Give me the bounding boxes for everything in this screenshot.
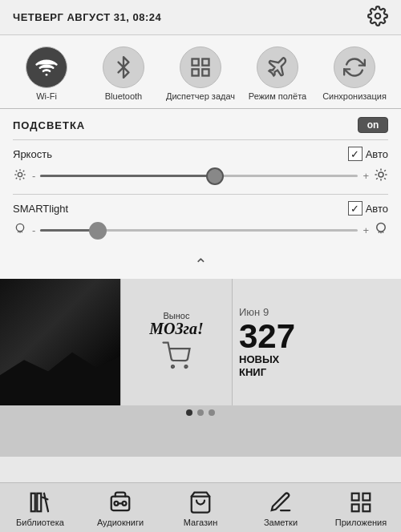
- svg-line-23: [384, 170, 386, 171]
- wifi-toggle[interactable]: Wi-Fi: [11, 46, 82, 102]
- status-bar: ЧЕТВЕРГ АВГУСТ 31, 08:24: [0, 0, 401, 35]
- svg-rect-3: [202, 59, 209, 66]
- book-new-label: НОВЫХ КНИГ: [239, 353, 395, 378]
- bluetooth-label: Bluetooth: [105, 91, 142, 102]
- settings-icon[interactable]: [367, 6, 388, 30]
- svg-line-18: [376, 170, 378, 171]
- svg-line-14: [23, 171, 24, 171]
- svg-rect-33: [352, 494, 359, 501]
- svg-point-0: [375, 13, 381, 18]
- collapse-arrow-icon[interactable]: ⌃: [194, 255, 208, 274]
- brightness-min-dash: -: [32, 170, 35, 182]
- library-label: Библиотека: [16, 518, 64, 527]
- dot-1[interactable]: [186, 409, 192, 416]
- flightmode-toggle[interactable]: Режим полёта: [242, 46, 313, 102]
- audiobooks-icon: [107, 490, 133, 515]
- wifi-label: Wi-Fi: [36, 91, 57, 102]
- book-count: 327: [239, 320, 395, 353]
- datetime-label: ЧЕТВЕРГ АВГУСТ 31, 08:24: [13, 11, 161, 23]
- book-info-right: Июн 9 327 НОВЫХ КНИГ: [233, 279, 401, 405]
- brightness-track[interactable]: [40, 175, 358, 177]
- sync-icon-circle: [334, 46, 375, 88]
- sync-toggle[interactable]: Синхрониза­ция: [319, 46, 390, 102]
- quick-settings-panel: Wi-Fi Bluetooth Диспетчер задач: [0, 35, 401, 279]
- smartlight-track[interactable]: [40, 229, 358, 232]
- notes-label: Заметки: [264, 518, 298, 527]
- dark-scene: [0, 279, 120, 405]
- svg-line-22: [376, 178, 378, 179]
- svg-rect-4: [192, 69, 199, 75]
- content-area: Вынос МОЗга! Июн 9 327 НОВЫХ КНИГ: [0, 279, 401, 405]
- smartlight-max-icon: [374, 222, 388, 239]
- flightmode-label: Режим полёта: [249, 91, 306, 102]
- book-cover-dark[interactable]: [0, 279, 120, 405]
- svg-line-13: [16, 178, 17, 179]
- svg-rect-27: [37, 494, 41, 512]
- sync-label: Синхрониза­ция: [322, 91, 387, 102]
- smartlight-min-icon: [13, 223, 27, 238]
- svg-point-25: [184, 365, 187, 368]
- nav-audiobooks[interactable]: Аудиокниги: [84, 490, 156, 527]
- brightness-max-dash: +: [363, 170, 369, 182]
- smartlight-row: SMARTlight Авто - +: [13, 195, 388, 248]
- brightness-slider-row: - +: [13, 164, 388, 191]
- svg-line-9: [16, 171, 17, 171]
- svg-line-10: [23, 178, 24, 179]
- wifi-icon-circle: [26, 46, 67, 88]
- nav-apps[interactable]: Приложения: [325, 490, 397, 527]
- svg-rect-34: [363, 494, 371, 501]
- collapse-row[interactable]: ⌃: [0, 248, 401, 279]
- svg-rect-26: [31, 494, 35, 512]
- backlight-toggle[interactable]: on: [358, 117, 388, 133]
- svg-rect-2: [192, 59, 199, 66]
- svg-point-6: [18, 173, 22, 177]
- taskmanager-label: Диспетчер задач: [166, 91, 235, 102]
- brightness-checkbox[interactable]: [348, 147, 363, 161]
- smartlight-header: SMARTlight Авто: [13, 201, 388, 216]
- dot-3[interactable]: [209, 409, 215, 416]
- bluetooth-toggle[interactable]: Bluetooth: [88, 46, 159, 102]
- brightness-name: Яркость: [13, 148, 52, 160]
- brightness-header: Яркость Авто: [13, 147, 388, 161]
- svg-line-19: [384, 178, 386, 179]
- dot-2[interactable]: [197, 409, 204, 416]
- flightmode-icon-circle: [257, 46, 298, 88]
- nav-library[interactable]: Библиотека: [4, 490, 76, 527]
- quick-icons-row: Wi-Fi Bluetooth Диспетчер задач: [0, 43, 401, 108]
- smartlight-min-dash: -: [32, 224, 35, 236]
- dots-row: [0, 405, 401, 420]
- smartlight-auto[interactable]: Авто: [348, 201, 388, 216]
- smartlight-slider-row: - +: [13, 219, 388, 245]
- svg-point-24: [172, 365, 174, 368]
- taskmanager-icon-circle: [180, 46, 221, 88]
- library-icon: [27, 490, 53, 515]
- svg-point-15: [379, 172, 383, 177]
- bluetooth-icon-circle: [103, 46, 144, 88]
- book-date: Июн 9: [239, 306, 395, 318]
- smartlight-max-dash: +: [363, 224, 369, 236]
- smartlight-checkbox[interactable]: [348, 201, 363, 216]
- apps-icon: [348, 490, 374, 515]
- smartlight-auto-label: Авто: [366, 203, 388, 215]
- brightness-min-icon: [13, 168, 27, 183]
- nav-shop[interactable]: Магазин: [164, 490, 237, 527]
- brightness-auto[interactable]: Авто: [348, 147, 388, 161]
- book-cover-cart[interactable]: Вынос МОЗга!: [120, 279, 233, 405]
- cart-title: МОЗга!: [149, 320, 204, 337]
- apps-label: Приложения: [335, 518, 387, 527]
- svg-point-1: [46, 74, 48, 76]
- shop-icon: [188, 490, 213, 515]
- shop-label: Магазин: [184, 518, 217, 527]
- nav-notes[interactable]: Заметки: [245, 490, 317, 527]
- svg-rect-5: [202, 69, 209, 75]
- svg-rect-35: [352, 505, 359, 512]
- backlight-row: ПОДСВЕТКА on: [13, 109, 388, 140]
- taskmanager-toggle[interactable]: Диспетчер задач: [165, 46, 236, 102]
- brightness-row: Яркость Авто: [13, 140, 388, 195]
- backlight-label: ПОДСВЕТКА: [13, 119, 85, 131]
- spacer: [0, 420, 401, 457]
- brightness-auto-label: Авто: [366, 148, 388, 160]
- audiobooks-label: Аудиокниги: [97, 518, 144, 527]
- brightness-max-icon: [374, 167, 388, 184]
- bottom-nav: Библиотека Аудиокниги Магазин: [0, 482, 401, 532]
